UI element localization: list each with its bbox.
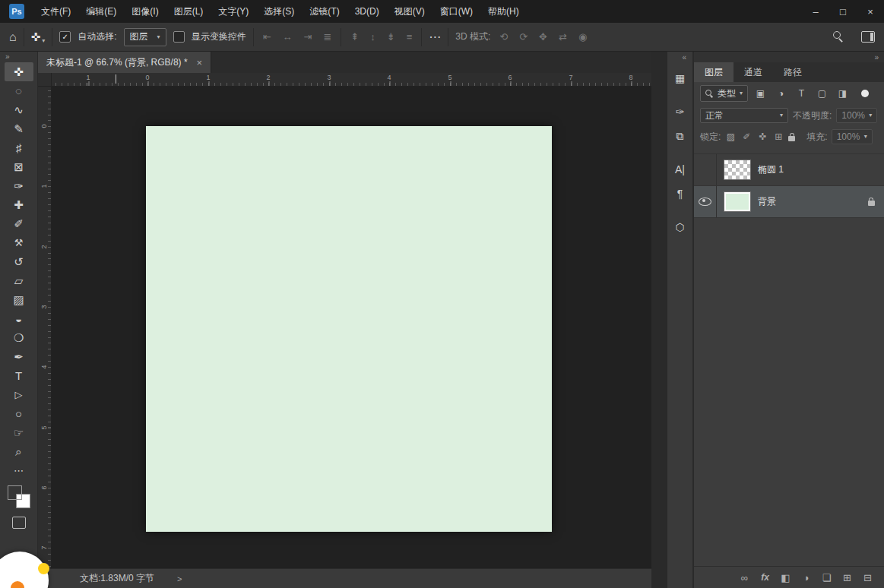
align-bottom-edges-icon[interactable]: ⇟: [385, 31, 398, 43]
align-left-edges-icon[interactable]: ⇤: [261, 31, 274, 43]
tool-quick-selection[interactable]: ✎: [5, 119, 33, 138]
paragraph-panel-icon[interactable]: ¶: [670, 184, 691, 204]
workspace-switcher-icon[interactable]: [861, 31, 875, 43]
tool-zoom[interactable]: ⌕: [5, 442, 33, 461]
filter-smart-objects-icon[interactable]: ◨: [835, 86, 851, 101]
menu-image[interactable]: 图像(I): [124, 0, 166, 23]
tool-blur[interactable]: ◒: [5, 309, 33, 328]
home-icon[interactable]: ⌂: [9, 31, 17, 43]
filter-type-dropdown[interactable]: 类型 ▾: [700, 85, 748, 102]
foreground-color-swatch[interactable]: [8, 485, 22, 500]
visibility-toggle[interactable]: [694, 186, 717, 217]
quick-mask-button[interactable]: [12, 517, 26, 529]
lock-artboard-icon[interactable]: ⊞: [772, 131, 784, 142]
clone-source-panel-icon[interactable]: ⧉: [670, 126, 691, 146]
tool-eraser[interactable]: ▱: [5, 271, 33, 290]
tool-marquee[interactable]: ◌: [5, 81, 33, 100]
menu-3d[interactable]: 3D(D): [347, 0, 387, 23]
lock-all-icon[interactable]: [788, 136, 795, 141]
tool-history-brush[interactable]: ↺: [5, 252, 33, 271]
expand-panels-chevron[interactable]: «: [682, 53, 686, 62]
filter-pixel-layers-icon[interactable]: ▣: [753, 86, 768, 101]
tool-hand[interactable]: ☞: [5, 423, 33, 442]
tool-type[interactable]: T: [5, 366, 33, 385]
menu-edit[interactable]: 编辑(E): [78, 0, 124, 23]
tool-crop[interactable]: ♯: [5, 138, 33, 157]
align-right-edges-icon[interactable]: ⇥: [302, 31, 315, 43]
new-layer-button[interactable]: ⊞: [838, 572, 856, 583]
tool-frame[interactable]: ⊠: [5, 157, 33, 176]
horizontal-ruler[interactable]: 1 0 1 2 3 4 5 6 7 8: [52, 73, 651, 87]
mode3d-roll-icon[interactable]: ⟳: [517, 31, 530, 43]
more-options-icon[interactable]: ⋯: [429, 31, 441, 43]
layer-row-background[interactable]: 背景: [694, 186, 884, 218]
layer-thumbnail[interactable]: [724, 160, 751, 180]
minimize-button[interactable]: –: [802, 0, 829, 23]
tool-path-selection[interactable]: ▷: [5, 385, 33, 404]
distribute-h-icon[interactable]: ≣: [321, 31, 334, 43]
visibility-toggle[interactable]: [694, 154, 717, 185]
tool-lasso[interactable]: ∿: [5, 100, 33, 119]
filter-type-layers-icon[interactable]: T: [794, 86, 810, 101]
link-layers-button[interactable]: ∞: [736, 572, 753, 583]
mode3d-slide-icon[interactable]: ⇄: [556, 31, 569, 43]
maximize-button[interactable]: □: [829, 0, 857, 23]
layer-style-button[interactable]: fx: [756, 572, 774, 583]
auto-select-dropdown[interactable]: 图层 ▾: [124, 28, 166, 46]
toolbar-collapse-chevron[interactable]: »: [5, 52, 10, 61]
tool-eyedropper[interactable]: ✑: [5, 176, 33, 195]
canvas[interactable]: [146, 126, 552, 532]
lock-transparency-icon[interactable]: ▨: [724, 131, 737, 142]
menu-layer[interactable]: 图层(L): [166, 0, 211, 23]
3d-panel-icon[interactable]: ⬡: [670, 217, 691, 237]
lock-pixels-icon[interactable]: ✐: [740, 131, 753, 142]
layer-row-ellipse-1[interactable]: 椭圆 1: [694, 154, 884, 186]
vertical-ruler[interactable]: 0 1 2 3 4 5 6 7: [38, 87, 52, 568]
menu-type[interactable]: 文字(Y): [211, 0, 256, 23]
menu-file[interactable]: 文件(F): [33, 0, 78, 23]
tool-move[interactable]: ✜: [5, 62, 33, 81]
auto-select-checkbox[interactable]: ✓: [59, 31, 71, 43]
tab-layers[interactable]: 图层: [694, 62, 733, 82]
tool-shape[interactable]: ○: [5, 404, 33, 423]
menu-select[interactable]: 选择(S): [256, 0, 302, 23]
status-menu-chevron[interactable]: >: [177, 574, 182, 583]
tab-close-icon[interactable]: ×: [197, 57, 203, 68]
new-group-button[interactable]: ❏: [818, 572, 835, 583]
menu-filter[interactable]: 滤镜(T): [302, 0, 347, 23]
collapse-panels-chevron[interactable]: »: [874, 53, 879, 62]
lock-position-icon[interactable]: ✜: [756, 131, 768, 142]
align-h-centers-icon[interactable]: ↔: [280, 31, 295, 43]
fill-dropdown[interactable]: 100% ▾: [832, 129, 873, 144]
ruler-origin-corner[interactable]: [38, 73, 52, 87]
adjustment-layer-button[interactable]: ◑: [797, 572, 815, 583]
edit-toolbar-button[interactable]: ⋯: [5, 461, 33, 480]
menu-window[interactable]: 窗口(W): [432, 0, 480, 23]
tool-brush[interactable]: ✐: [5, 214, 33, 233]
mode3d-orbit-icon[interactable]: ⟲: [497, 31, 510, 43]
filter-shape-layers-icon[interactable]: ▢: [814, 86, 830, 101]
filter-adjustment-layers-icon[interactable]: ◑: [773, 86, 789, 101]
tab-channels[interactable]: 通道: [733, 62, 773, 82]
distribute-v-icon[interactable]: ≡: [404, 31, 415, 43]
histogram-panel-icon[interactable]: ▦: [670, 68, 691, 88]
tool-clone-stamp[interactable]: ⚒: [5, 233, 33, 252]
menu-view[interactable]: 视图(V): [387, 0, 432, 23]
mode3d-pan-icon[interactable]: ✥: [537, 31, 550, 43]
layer-thumbnail[interactable]: [724, 191, 751, 212]
tool-preset-picker[interactable]: ✜ ▾: [31, 30, 46, 44]
delete-layer-button[interactable]: ⊟: [859, 572, 876, 583]
close-button[interactable]: ×: [857, 0, 884, 23]
search-icon[interactable]: [833, 31, 844, 43]
brush-settings-panel-icon[interactable]: ✑: [670, 102, 691, 122]
filter-toggle[interactable]: [861, 90, 869, 97]
align-top-edges-icon[interactable]: ⇞: [348, 31, 361, 43]
tool-gradient[interactable]: ▨: [5, 290, 33, 309]
tab-paths[interactable]: 路径: [773, 62, 813, 82]
show-transform-checkbox[interactable]: [173, 31, 185, 43]
blend-mode-dropdown[interactable]: 正常 ▾: [700, 108, 788, 123]
tool-dodge[interactable]: ❍: [5, 328, 33, 347]
opacity-dropdown[interactable]: 100% ▾: [836, 108, 877, 123]
mode3d-camera-icon[interactable]: ◉: [576, 31, 589, 43]
character-panel-icon[interactable]: A|: [670, 160, 691, 179]
